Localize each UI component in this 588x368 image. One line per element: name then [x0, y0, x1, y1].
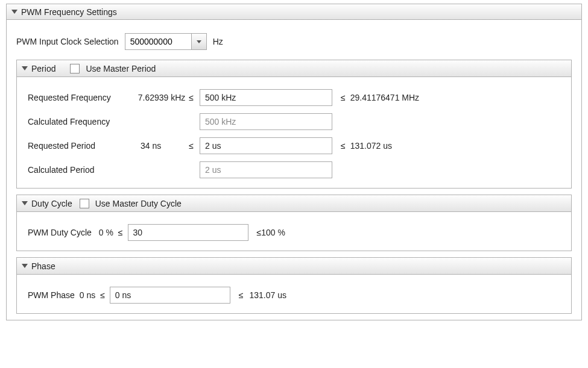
use-master-period-checkbox[interactable]	[70, 64, 80, 73]
clock-label: PWM Input Clock Selection	[16, 37, 119, 46]
phase-min: 0 ns ≤	[80, 290, 105, 300]
req-period-label: Requested Period	[28, 141, 121, 151]
chevron-down-icon	[197, 40, 201, 43]
phase-panel: Phase PWM Phase 0 ns ≤ ≤ 131.07 us	[16, 257, 572, 314]
period-body: Requested Frequency 7.62939 kHz ≤ ≤ 29.4…	[17, 77, 571, 188]
clock-row: PWM Input Clock Selection Hz	[16, 30, 572, 54]
use-master-duty-checkbox[interactable]	[80, 199, 89, 208]
calculated-frequency-row: Calculated Frequency	[28, 110, 560, 134]
duty-cycle-row: PWM Duty Cycle 0 % ≤ ≤100 %	[28, 220, 560, 245]
duty-min: 0 % ≤	[99, 228, 123, 237]
req-period-max: ≤ 131.072 us	[332, 141, 392, 151]
phase-max: ≤ 131.07 us	[239, 290, 286, 300]
duty-label: PWM Duty Cycle	[28, 228, 92, 237]
clock-combo[interactable]	[125, 33, 207, 50]
duty-cycle-panel: Duty Cycle Use Master Duty Cycle PWM Dut…	[16, 195, 572, 251]
phase-input[interactable]	[110, 287, 230, 304]
req-freq-max: ≤ 29.41176471 MHz	[332, 93, 419, 102]
phase-header[interactable]: Phase	[17, 258, 571, 275]
phase-label: PWM Phase	[28, 290, 75, 300]
calc-period-label: Calculated Period	[28, 165, 121, 175]
chevron-down-icon	[11, 10, 17, 14]
main-header-title: PWM Frequency Settings	[21, 7, 117, 17]
pwm-frequency-settings-panel: PWM Frequency Settings PWM Input Clock S…	[6, 4, 582, 320]
period-header[interactable]: Period Use Master Period	[17, 60, 571, 77]
calc-freq-output	[200, 113, 332, 130]
calc-freq-label: Calculated Frequency	[28, 117, 121, 126]
duty-header[interactable]: Duty Cycle Use Master Duty Cycle	[17, 195, 571, 212]
phase-row: PWM Phase 0 ns ≤ ≤ 131.07 us	[28, 283, 560, 307]
duty-cycle-input[interactable]	[128, 224, 248, 241]
req-freq-min: 7.62939 kHz ≤	[121, 93, 200, 102]
clock-dropdown-button[interactable]	[191, 33, 207, 50]
calc-period-output	[200, 161, 332, 178]
duty-max: ≤100 %	[257, 228, 285, 237]
use-master-duty-label: Use Master Duty Cycle	[95, 199, 182, 208]
use-master-period-label: Use Master Period	[86, 64, 156, 73]
requested-frequency-row: Requested Frequency 7.62939 kHz ≤ ≤ 29.4…	[28, 86, 560, 110]
duty-body: PWM Duty Cycle 0 % ≤ ≤100 %	[17, 212, 571, 251]
chevron-down-icon	[22, 66, 28, 70]
main-body: PWM Input Clock Selection Hz Period Use …	[7, 20, 581, 320]
req-period-input[interactable]	[200, 137, 332, 154]
period-title: Period	[31, 64, 55, 73]
calculated-period-row: Calculated Period	[28, 158, 560, 182]
phase-title: Phase	[31, 261, 55, 271]
req-freq-input[interactable]	[200, 89, 332, 106]
clock-input[interactable]	[125, 33, 191, 50]
req-freq-label: Requested Frequency	[28, 93, 121, 102]
requested-period-row: Requested Period 34 ns ≤ ≤ 131.072 us	[28, 134, 560, 158]
duty-title: Duty Cycle	[31, 199, 72, 208]
main-header[interactable]: PWM Frequency Settings	[7, 4, 581, 20]
clock-unit: Hz	[213, 37, 223, 46]
period-panel: Period Use Master Period Requested Frequ…	[16, 60, 572, 189]
chevron-down-icon	[22, 201, 28, 205]
req-period-min: 34 ns ≤	[121, 141, 200, 151]
phase-body: PWM Phase 0 ns ≤ ≤ 131.07 us	[17, 275, 571, 313]
chevron-down-icon	[22, 264, 28, 268]
